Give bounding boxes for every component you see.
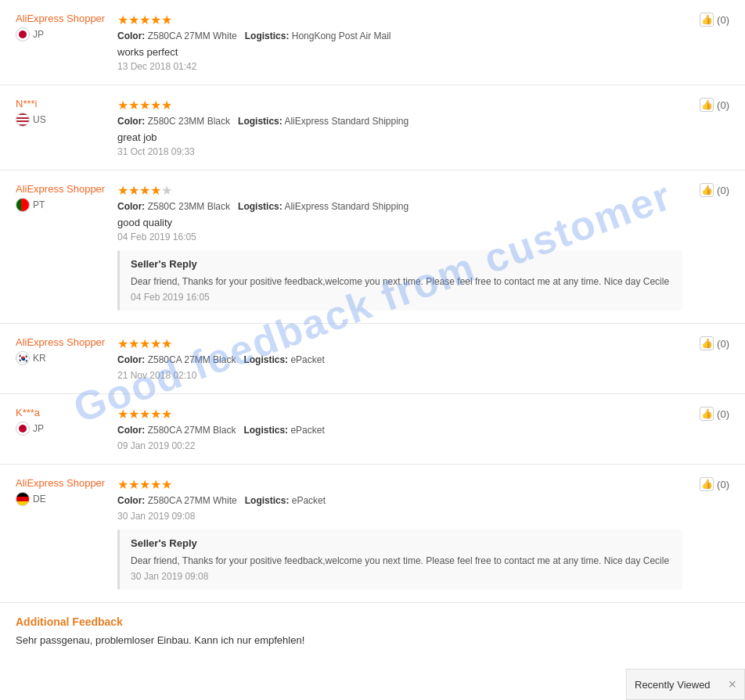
reviewer-col: AliExpress ShopperPT	[16, 183, 117, 311]
review-content-col: ★★★★★Color: Z580C 23MM Black Logistics: …	[117, 98, 729, 157]
reviewer-col: AliExpress ShopperDE	[16, 477, 117, 590]
reviewer-flag: DE	[16, 492, 117, 506]
star-filled: ★	[150, 477, 161, 492]
star-filled: ★	[150, 336, 161, 351]
review-item: N***iUS★★★★★Color: Z580C 23MM Black Logi…	[0, 85, 745, 171]
star-filled: ★	[161, 98, 172, 113]
star-filled: ★	[128, 98, 139, 113]
star-rating: ★★★★★	[117, 336, 682, 351]
star-filled: ★	[117, 336, 128, 351]
review-item: AliExpress ShopperDE★★★★★Color: Z580CA 2…	[0, 465, 745, 603]
flag-icon-de	[16, 492, 30, 506]
helpful-col[interactable]: 👍(0)	[700, 477, 729, 491]
reviewer-col: AliExpress ShopperJP	[16, 13, 117, 72]
additional-feedback-section: Additional Feedback Sehr passgenau, prob…	[0, 603, 745, 651]
additional-feedback-text: Sehr passgenau, problemloser Einbau. Kan…	[16, 634, 729, 646]
star-filled: ★	[150, 407, 161, 422]
reviewer-name[interactable]: AliExpress Shopper	[16, 13, 117, 24]
logistics-label: Logistics:	[238, 201, 283, 212]
reviewer-name[interactable]: AliExpress Shopper	[16, 336, 117, 348]
review-text: works perfect	[117, 46, 682, 58]
color-label: Color:	[117, 31, 145, 41]
logistics-value: AliExpress Standard Shipping	[284, 116, 408, 127]
star-filled: ★	[139, 407, 150, 422]
color-label: Color:	[117, 425, 145, 436]
color-value: Z580C 23MM Black	[148, 116, 230, 127]
star-filled: ★	[150, 183, 161, 198]
review-text: good quality	[117, 217, 682, 228]
color-label: Color:	[117, 116, 145, 127]
star-filled: ★	[128, 477, 139, 492]
star-filled: ★	[128, 13, 139, 27]
star-filled: ★	[139, 477, 150, 492]
star-filled: ★	[161, 13, 172, 27]
logistics-value: ePacket	[290, 425, 324, 436]
additional-feedback-title: Additional Feedback	[16, 616, 729, 628]
color-value: Z580C 23MM Black	[148, 201, 230, 212]
star-filled: ★	[161, 336, 172, 351]
reviewer-flag: KR	[16, 351, 117, 365]
star-rating: ★★★★★	[117, 183, 682, 198]
star-filled: ★	[139, 336, 150, 351]
review-content-col: ★★★★★Color: Z580CA 27MM White Logistics:…	[117, 13, 729, 72]
review-date: 30 Jan 2019 09:08	[117, 511, 682, 522]
star-filled: ★	[117, 13, 128, 27]
helpful-col[interactable]: 👍(0)	[700, 407, 729, 421]
helpful-count: (0)	[717, 408, 729, 420]
thumbs-up-icon[interactable]: 👍	[700, 336, 714, 350]
reviewer-name[interactable]: AliExpress Shopper	[16, 477, 117, 489]
helpful-count: (0)	[717, 479, 729, 490]
star-filled: ★	[128, 336, 139, 351]
star-rating: ★★★★★	[117, 477, 682, 492]
review-item: AliExpress ShopperPT★★★★★Color: Z580C 23…	[0, 171, 745, 324]
country-label: JP	[33, 29, 44, 40]
star-filled: ★	[117, 477, 128, 492]
review-item: K***aJP★★★★★Color: Z580CA 27MM Black Log…	[0, 394, 745, 465]
country-label: KR	[33, 353, 46, 364]
reviewer-col: AliExpress ShopperKR	[16, 336, 117, 381]
thumbs-up-icon[interactable]: 👍	[700, 477, 714, 491]
review-date: 21 Nov 2018 02:10	[117, 370, 682, 381]
reviewer-flag: JP	[16, 27, 117, 41]
helpful-count: (0)	[717, 185, 729, 196]
country-label: US	[33, 114, 46, 125]
seller-reply: Seller's ReplyDear friend, Thanks for yo…	[117, 250, 682, 311]
star-filled: ★	[161, 407, 172, 422]
flag-icon-pt	[16, 198, 30, 212]
seller-reply-title: Seller's Reply	[131, 258, 671, 270]
thumbs-up-icon[interactable]: 👍	[700, 13, 714, 27]
thumbs-up-icon[interactable]: 👍	[700, 183, 714, 197]
reviewer-flag: PT	[16, 198, 117, 212]
thumbs-up-icon[interactable]: 👍	[700, 98, 714, 112]
star-filled: ★	[139, 98, 150, 113]
color-label: Color:	[117, 201, 145, 212]
reviewer-name[interactable]: K***a	[16, 407, 117, 418]
review-list: AliExpress ShopperJP★★★★★Color: Z580CA 2…	[0, 0, 745, 603]
star-rating: ★★★★★	[117, 98, 682, 113]
star-filled: ★	[161, 477, 172, 492]
logistics-label: Logistics:	[245, 31, 290, 41]
helpful-col[interactable]: 👍(0)	[700, 98, 729, 112]
reviewer-name[interactable]: N***i	[16, 98, 117, 109]
reviewer-name[interactable]: AliExpress Shopper	[16, 183, 117, 195]
flag-icon-jp	[16, 27, 30, 41]
star-empty: ★	[161, 183, 172, 198]
review-meta: Color: Z580CA 27MM White Logistics: ePac…	[117, 495, 682, 506]
logistics-value: AliExpress Standard Shipping	[284, 201, 408, 212]
helpful-col[interactable]: 👍(0)	[700, 13, 729, 27]
review-meta: Color: Z580C 23MM Black Logistics: AliEx…	[117, 116, 682, 127]
flag-icon-us	[16, 113, 30, 127]
thumbs-up-icon[interactable]: 👍	[700, 407, 714, 421]
review-meta: Color: Z580C 23MM Black Logistics: AliEx…	[117, 201, 682, 212]
reviewer-col: N***iUS	[16, 98, 117, 157]
helpful-col[interactable]: 👍(0)	[700, 336, 729, 350]
reviewer-col: K***aJP	[16, 407, 117, 451]
star-filled: ★	[139, 183, 150, 198]
star-filled: ★	[139, 13, 150, 27]
star-filled: ★	[150, 98, 161, 113]
seller-reply-text: Dear friend, Thanks for your positive fe…	[131, 275, 671, 289]
logistics-value: HongKong Post Air Mail	[292, 31, 391, 41]
review-meta: Color: Z580CA 27MM Black Logistics: ePac…	[117, 425, 682, 436]
review-meta: Color: Z580CA 27MM Black Logistics: ePac…	[117, 354, 682, 365]
helpful-col[interactable]: 👍(0)	[700, 183, 729, 197]
